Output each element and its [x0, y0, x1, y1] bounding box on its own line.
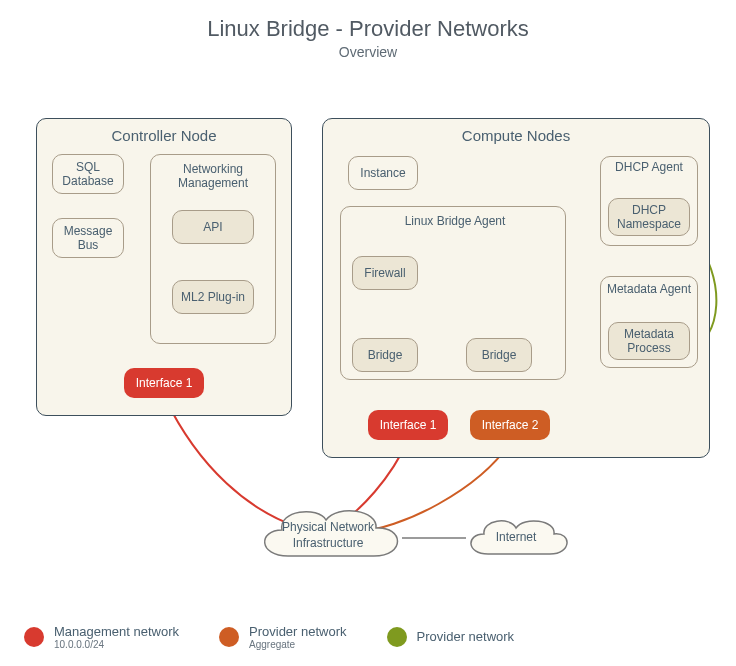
controller-interface-1: Interface 1	[124, 368, 204, 398]
api-box: API	[172, 210, 254, 244]
bridge-2-box: Bridge	[466, 338, 532, 372]
controller-title: Controller Node	[37, 127, 291, 144]
bridge-1-box: Bridge	[352, 338, 418, 372]
page-title: Linux Bridge - Provider Networks	[0, 16, 736, 42]
message-bus-box: Message Bus	[52, 218, 124, 258]
instance-box: Instance	[348, 156, 418, 190]
compute-interface-1: Interface 1	[368, 410, 448, 440]
legend-dot-red	[24, 627, 44, 647]
physical-network-cloud: Physical Network Infrastructure	[248, 500, 408, 572]
internet-label: Internet	[486, 530, 547, 546]
physical-network-label: Physical Network Infrastructure	[248, 520, 408, 551]
linux-bridge-agent-label: Linux Bridge Agent	[380, 214, 530, 228]
legend-dot-orange	[219, 627, 239, 647]
legend-provider: Provider network	[387, 627, 515, 647]
legend-provider-aggregate-label: Provider network	[249, 625, 347, 639]
legend-management-label: Management network	[54, 625, 179, 639]
metadata-process-box: Metadata Process	[608, 322, 690, 360]
compute-interface-2: Interface 2	[470, 410, 550, 440]
dhcp-agent-label: DHCP Agent	[600, 160, 698, 174]
legend-management: Management network 10.0.0.0/24	[24, 625, 179, 650]
legend-dot-green	[387, 627, 407, 647]
dhcp-namespace-box: DHCP Namespace	[608, 198, 690, 236]
legend-provider-aggregate-sub: Aggregate	[249, 639, 347, 650]
compute-title: Compute Nodes	[323, 127, 709, 144]
ml2-plugin-box: ML2 Plug-in	[172, 280, 254, 314]
firewall-box: Firewall	[352, 256, 418, 290]
page-subtitle: Overview	[0, 44, 736, 60]
legend: Management network 10.0.0.0/24 Provider …	[24, 625, 712, 650]
networking-management-label: Networking Management	[150, 162, 276, 190]
sql-database-box: SQL Database	[52, 154, 124, 194]
legend-management-sub: 10.0.0.0/24	[54, 639, 179, 650]
legend-provider-aggregate: Provider network Aggregate	[219, 625, 347, 650]
legend-provider-label: Provider network	[417, 630, 515, 644]
internet-cloud: Internet	[460, 512, 572, 564]
metadata-agent-label: Metadata Agent	[600, 282, 698, 296]
